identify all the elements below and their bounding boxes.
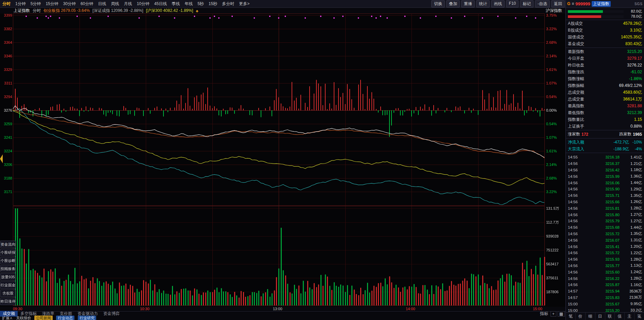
- menu-icon[interactable]: ≡: [572, 1, 574, 6]
- quote-panel-tabs: 笔价细日联值主笺: [566, 312, 644, 320]
- period-tab-16[interactable]: 更多>: [237, 1, 252, 7]
- flow-row-0: 净流入额-472.7亿-10%: [566, 139, 644, 146]
- status-item-1[interactable]: 关联报价: [16, 316, 31, 320]
- toolbar-action-1[interactable]: 叠加: [446, 0, 460, 7]
- toolbar-action-8[interactable]: 返回: [551, 0, 565, 7]
- info-row-8: 指数涨幅-1.86%: [566, 75, 644, 82]
- info-row-4: 最新指数3215.20: [566, 48, 644, 55]
- axis-label: 2.14%: [546, 54, 557, 58]
- axis-label: 3276: [1, 109, 12, 112]
- tick-row-16: 14:563215.931.28亿: [568, 256, 642, 263]
- axis-label: 3188: [1, 176, 12, 180]
- axis-label: 1.61%: [546, 149, 557, 153]
- panel-tab-1[interactable]: 价: [576, 313, 586, 320]
- intraday-chart[interactable]: [0, 14, 565, 307]
- period-tab-group: 分时1分钟5分钟15分钟30分钟60分钟日线周线月线10分钟45日线季线年线5秒…: [0, 1, 252, 7]
- quote-panel-header: G ≡ 999999 上证指数 SGS: [566, 0, 644, 8]
- info-row-5: 今日开盘3279.17: [566, 55, 644, 62]
- index-summary-table: A股成交4578.26亿B股成交3.10亿国债成交14025.35亿基金成交83…: [566, 20, 644, 131]
- axis-label: 3.75%: [546, 14, 557, 17]
- period-tab-6[interactable]: 日线: [95, 1, 108, 7]
- axis-label: 751222: [546, 248, 559, 252]
- period-tab-0[interactable]: 分时: [0, 1, 13, 7]
- quote-panel: G ≡ 999999 上证指数 SGS 82.0亿78.0亿 A股成交4578.…: [565, 0, 644, 320]
- advancers-label: 涨家数: [568, 131, 580, 137]
- toolbar-action-4[interactable]: 画线: [491, 0, 505, 7]
- panel-tab-4[interactable]: 联: [605, 313, 615, 320]
- tick-row-4: 14:563216.061.44亿: [568, 180, 642, 186]
- panel-tab-6[interactable]: 主: [625, 313, 634, 320]
- quick-button-6[interactable]: 含权股: [0, 289, 16, 297]
- toolbar-action-2[interactable]: 重播: [461, 0, 475, 7]
- toolbar-action-5[interactable]: F10: [506, 0, 519, 7]
- axis-label: 563417: [546, 262, 559, 266]
- tick-row-22: 14:573215.832136万: [568, 295, 642, 301]
- quick-button-3[interactable]: 投顾服务: [0, 265, 16, 272]
- tick-row-0: 14:553216.181.41亿: [568, 154, 642, 161]
- info-row-7: 指数涨跌-61.02: [566, 69, 644, 75]
- axis-label: 1.61%: [546, 68, 557, 72]
- toolbar-action-3[interactable]: 统计: [476, 0, 490, 7]
- tick-row-9: 14:563215.801.27亿: [568, 211, 642, 218]
- panel-tab-2[interactable]: 细: [586, 313, 595, 320]
- tick-row-11: 14:563215.681.44亿: [568, 224, 642, 231]
- flow-row-1: 大宗流入-188.9亿-4%: [566, 146, 644, 152]
- overlay-index-quotes: 创业板指 2679.05 -3.64%[深证成指 12096.39 -2.88%…: [43, 8, 193, 14]
- overlay-quote-0: 创业板指 2679.05 -3.64%: [43, 8, 90, 14]
- axis-label: 2.68%: [546, 176, 557, 180]
- marker-suit-icon: ♣: [196, 9, 198, 13]
- tick-row-3: 14:563215.991.36亿: [568, 173, 642, 180]
- period-tab-8[interactable]: 月线: [121, 1, 134, 7]
- toolbar-action-7[interactable]: -自选: [535, 0, 550, 7]
- status-item-4[interactable]: 行业研究: [78, 316, 96, 320]
- axis-label: 187806: [546, 290, 559, 294]
- info-row-9: 指数振幅69.49/2.12%: [566, 82, 644, 89]
- period-tab-7[interactable]: 周线: [108, 1, 121, 7]
- axis-label: 3399: [1, 14, 12, 17]
- axis-label: 2.68%: [546, 41, 557, 44]
- period-tab-5[interactable]: 60分钟: [78, 1, 95, 7]
- tick-row-21: 14:573215.943536万: [568, 288, 642, 295]
- toolbar-action-6[interactable]: 标记: [520, 0, 534, 7]
- status-item-2[interactable]: 公司新闻: [34, 316, 53, 320]
- toolbar-action-0[interactable]: 切换: [431, 0, 445, 7]
- panel-tab-7[interactable]: 笺: [634, 313, 644, 320]
- quick-button-5[interactable]: 行业掘金: [0, 281, 16, 289]
- period-tab-13[interactable]: 5秒: [195, 1, 206, 7]
- period-tab-12[interactable]: 年线: [182, 1, 195, 7]
- tick-row-7: 14:563215.661.26亿: [568, 199, 642, 205]
- period-tab-14[interactable]: 15秒: [206, 1, 220, 7]
- tick-row-24: 15:003215.2033.2亿: [568, 307, 642, 312]
- axis-label: 0.54%: [546, 122, 557, 126]
- period-tab-2[interactable]: 5分钟: [28, 1, 43, 7]
- status-item-0[interactable]: 扩展∧: [2, 316, 13, 320]
- info-row-15: 上证换手0.88%: [566, 123, 644, 130]
- period-tab-11[interactable]: 季线: [169, 1, 182, 7]
- quick-button-7[interactable]: 昨日涨停: [0, 298, 16, 305]
- quick-button-2[interactable]: 个股诊断: [0, 257, 16, 264]
- quick-button-4[interactable]: 放量935: [0, 273, 16, 281]
- quick-button-1[interactable]: 个股研报: [0, 249, 16, 256]
- axis-label: 3224: [1, 149, 12, 153]
- axis-label: 3241: [1, 136, 12, 139]
- overlay-quote-1: [深证成指 12096.39 -2.88%]: [92, 8, 143, 14]
- tick-by-tick-list[interactable]: 14:553216.181.41亿14:563216.371.21亿14:563…: [566, 153, 644, 312]
- stock-name-badge: 上证指数: [592, 1, 611, 7]
- period-tab-4[interactable]: 30分钟: [61, 1, 78, 7]
- period-tab-15[interactable]: 多分时: [220, 1, 237, 7]
- axis-label: 3364: [1, 41, 12, 44]
- period-tab-10[interactable]: 45日线: [152, 1, 169, 7]
- panel-tab-5[interactable]: 值: [615, 313, 625, 320]
- axis-label: 112.7万: [546, 221, 559, 224]
- period-tab-3[interactable]: 15分钟: [43, 1, 60, 7]
- panel-tab-0[interactable]: 笔: [566, 313, 576, 320]
- period-tab-9[interactable]: 10分钟: [134, 1, 152, 7]
- quick-button-0[interactable]: 资金流向: [0, 241, 16, 248]
- panel-tab-3[interactable]: 日: [595, 313, 605, 320]
- period-tab-1[interactable]: 1分钟: [13, 1, 28, 7]
- axis-label: 3.22%: [546, 27, 557, 31]
- info-row-3: 基金成交830.43亿: [566, 40, 644, 47]
- advancers-count: 172: [581, 132, 588, 137]
- toolbar-action-group: 切换叠加重播统计画线F10标记-自选返回: [431, 0, 565, 7]
- status-item-3[interactable]: 行业动态: [56, 316, 74, 320]
